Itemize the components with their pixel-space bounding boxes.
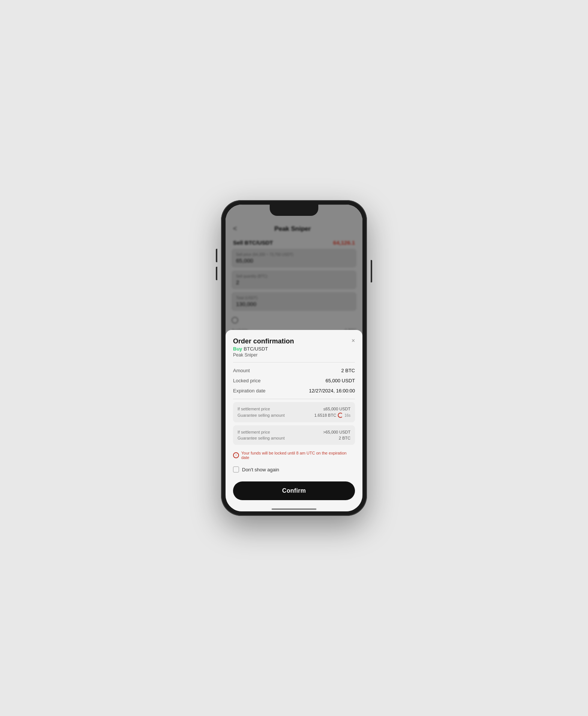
cond2-amount-row: Guarantee selling amount 2 BTC bbox=[238, 435, 350, 441]
warning-icon: ! bbox=[233, 452, 239, 458]
expiry-date-value: 12/27/2024, 16:00:00 bbox=[309, 388, 355, 394]
cond1-amount-label: Guarantee selling amount bbox=[238, 413, 285, 417]
modal-row-amount: Amount 2 BTC bbox=[233, 365, 355, 376]
amount-value: 2 BTC bbox=[341, 368, 355, 373]
dont-show-checkbox[interactable] bbox=[233, 466, 239, 472]
amount-label: Amount bbox=[233, 368, 250, 373]
cond1-amount-value: 1.6518 BTC 16s bbox=[314, 413, 350, 418]
warning-message: Your funds will be locked until 8 am UTC… bbox=[241, 451, 355, 460]
locked-price-label: Locked price bbox=[233, 378, 261, 383]
cond2-price-row: If settlement price >65,000 USDT bbox=[238, 429, 350, 435]
timer-text: 16s bbox=[344, 413, 350, 417]
divider-1 bbox=[233, 362, 355, 362]
modal-buy-label: Buy bbox=[233, 346, 242, 352]
modal-row-price: Locked price 65,000 USDT bbox=[233, 376, 355, 386]
cond1-price-row: If settlement price ≤65,000 USDT bbox=[238, 406, 350, 412]
volume-up-button bbox=[216, 249, 217, 262]
notch bbox=[270, 205, 318, 216]
phone-screen: < Peak Sniper Sell BTC/USDT 64,126.1 Sel… bbox=[226, 205, 362, 511]
modal-row-expiry: Expiration date 12/27/2024, 16:00:00 bbox=[233, 386, 355, 396]
cond1-price-value: ≤65,000 USDT bbox=[323, 407, 350, 411]
divider-2 bbox=[233, 399, 355, 399]
modal-close-button[interactable]: × bbox=[352, 337, 355, 344]
conditional-section-1: If settlement price ≤65,000 USDT Guarant… bbox=[233, 402, 355, 422]
confirm-btn-area: Confirm bbox=[233, 478, 355, 506]
modal-pair: BTC/USDT bbox=[244, 346, 268, 352]
home-bar bbox=[272, 508, 316, 510]
confirm-button[interactable]: Confirm bbox=[233, 481, 355, 500]
cond2-amount-label: Guarantee selling amount bbox=[238, 436, 285, 440]
power-button bbox=[371, 260, 372, 282]
cond1-amount-row: Guarantee selling amount 1.6518 BTC 16s bbox=[238, 412, 350, 419]
modal-title: Order confirmation bbox=[233, 337, 355, 345]
screen-content: < Peak Sniper Sell BTC/USDT 64,126.1 Sel… bbox=[226, 205, 362, 511]
cond2-amount-value: 2 BTC bbox=[339, 436, 350, 440]
dont-show-row[interactable]: Don't show again bbox=[233, 463, 355, 478]
cond1-price-label: If settlement price bbox=[238, 407, 270, 411]
phone-frame: < Peak Sniper Sell BTC/USDT 64,126.1 Sel… bbox=[221, 200, 367, 516]
home-indicator bbox=[233, 506, 355, 511]
modal-overlay: Order confirmation Buy BTC/USDT Peak Sni… bbox=[226, 205, 362, 511]
modal-header: Order confirmation Buy BTC/USDT Peak Sni… bbox=[233, 337, 355, 358]
modal-warning: ! Your funds will be locked until 8 am U… bbox=[233, 448, 355, 463]
volume-down-button bbox=[216, 267, 217, 280]
locked-price-value: 65,000 USDT bbox=[325, 378, 355, 383]
cond2-price-value: >65,000 USDT bbox=[323, 430, 350, 434]
conditional-section-2: If settlement price >65,000 USDT Guarant… bbox=[233, 425, 355, 445]
expiry-date-label: Expiration date bbox=[233, 388, 266, 394]
modal-strategy: Peak Sniper bbox=[233, 352, 355, 358]
order-confirmation-modal: Order confirmation Buy BTC/USDT Peak Sni… bbox=[226, 330, 362, 511]
dont-show-label: Don't show again bbox=[242, 467, 279, 472]
modal-subtitle-row: Buy BTC/USDT bbox=[233, 346, 355, 352]
cond2-price-label: If settlement price bbox=[238, 430, 270, 434]
timer-icon bbox=[338, 413, 343, 418]
